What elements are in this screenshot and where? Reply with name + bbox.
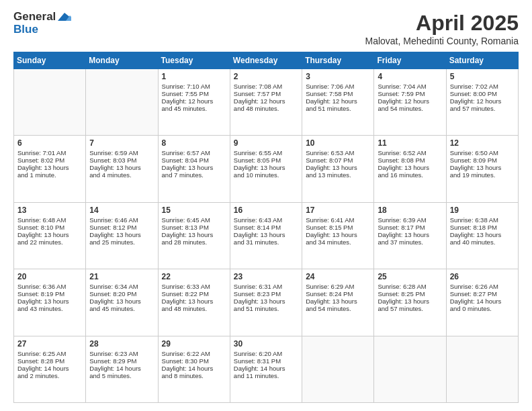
calendar-cell bbox=[302, 336, 374, 402]
day-number: 8 bbox=[162, 138, 226, 148]
calendar-cell: 26Sunrise: 6:26 AMSunset: 8:27 PMDayligh… bbox=[446, 269, 518, 336]
day-info: and 51 minutes. bbox=[234, 305, 298, 312]
day-info: Sunset: 8:03 PM bbox=[89, 156, 154, 164]
day-number: 29 bbox=[162, 339, 226, 349]
calendar-cell: 6Sunrise: 7:01 AMSunset: 8:02 PMDaylight… bbox=[14, 136, 86, 202]
day-info: and 48 minutes. bbox=[234, 105, 298, 112]
day-number: 4 bbox=[378, 72, 442, 81]
day-number: 7 bbox=[89, 138, 154, 148]
calendar-cell: 30Sunrise: 6:20 AMSunset: 8:31 PMDayligh… bbox=[230, 336, 302, 402]
day-info: Sunrise: 6:20 AM bbox=[234, 350, 298, 357]
day-info: Sunset: 8:17 PM bbox=[378, 224, 442, 231]
day-info: Daylight: 14 hours bbox=[450, 298, 515, 305]
day-number: 16 bbox=[234, 205, 298, 215]
day-info: Daylight: 13 hours bbox=[306, 164, 370, 171]
day-info: and 57 minutes. bbox=[378, 305, 442, 312]
day-number: 3 bbox=[306, 72, 370, 81]
day-info: and 1 minute. bbox=[17, 171, 82, 179]
day-info: Sunset: 8:00 PM bbox=[450, 90, 515, 97]
day-info: Sunrise: 6:52 AM bbox=[378, 149, 442, 156]
calendar-header-row: Sunday Monday Tuesday Wednesday Thursday… bbox=[14, 52, 519, 69]
day-info: Daylight: 14 hours bbox=[89, 365, 154, 372]
day-info: and 31 minutes. bbox=[234, 238, 298, 246]
day-info: Daylight: 13 hours bbox=[234, 231, 298, 238]
calendar-cell: 4Sunrise: 7:04 AMSunset: 7:59 PMDaylight… bbox=[374, 69, 446, 136]
day-info: Sunrise: 7:02 AM bbox=[450, 83, 515, 90]
day-info: Daylight: 14 hours bbox=[162, 365, 226, 372]
day-info: Daylight: 12 hours bbox=[234, 97, 298, 105]
day-info: Sunrise: 6:28 AM bbox=[378, 283, 442, 290]
day-info: and 51 minutes. bbox=[306, 105, 370, 112]
day-number: 12 bbox=[450, 138, 515, 148]
day-info: and 40 minutes. bbox=[450, 238, 515, 246]
day-info: Daylight: 13 hours bbox=[162, 231, 226, 238]
day-info: Sunset: 8:13 PM bbox=[162, 224, 226, 231]
day-info: and 10 minutes. bbox=[234, 171, 298, 179]
day-number: 2 bbox=[234, 72, 298, 81]
day-info: Sunrise: 7:01 AM bbox=[17, 149, 82, 156]
calendar-cell: 14Sunrise: 6:46 AMSunset: 8:12 PMDayligh… bbox=[86, 202, 158, 269]
day-info: Sunset: 8:18 PM bbox=[450, 224, 515, 231]
calendar-cell bbox=[14, 69, 86, 136]
location-title: Malovat, Mehedinti County, Romania bbox=[365, 36, 519, 46]
day-number: 28 bbox=[89, 339, 154, 349]
day-info: and 11 minutes. bbox=[234, 372, 298, 379]
day-info: Sunset: 7:58 PM bbox=[306, 90, 370, 97]
day-info: Sunset: 8:24 PM bbox=[306, 290, 370, 298]
calendar-cell: 9Sunrise: 6:55 AMSunset: 8:05 PMDaylight… bbox=[230, 136, 302, 202]
day-info: Sunset: 8:10 PM bbox=[17, 224, 82, 231]
day-info: Daylight: 13 hours bbox=[17, 231, 82, 238]
day-number: 23 bbox=[234, 272, 298, 281]
day-number: 25 bbox=[378, 272, 442, 281]
day-info: Sunrise: 6:31 AM bbox=[234, 283, 298, 290]
day-info: Daylight: 13 hours bbox=[89, 298, 154, 305]
calendar-cell: 22Sunrise: 6:33 AMSunset: 8:22 PMDayligh… bbox=[158, 269, 230, 336]
day-info: Daylight: 14 hours bbox=[17, 365, 82, 372]
logo-general: General bbox=[13, 10, 56, 23]
day-number: 19 bbox=[450, 205, 515, 215]
day-info: Daylight: 14 hours bbox=[234, 365, 298, 372]
day-info: Sunrise: 7:10 AM bbox=[162, 83, 226, 90]
day-info: Daylight: 12 hours bbox=[162, 97, 226, 105]
day-info: Daylight: 13 hours bbox=[89, 164, 154, 171]
day-info: Sunrise: 6:50 AM bbox=[450, 149, 515, 156]
day-info: Daylight: 12 hours bbox=[450, 97, 515, 105]
day-info: Sunset: 8:30 PM bbox=[162, 357, 226, 365]
day-info: Sunrise: 6:36 AM bbox=[17, 283, 82, 290]
day-number: 30 bbox=[234, 339, 298, 349]
calendar-cell bbox=[446, 336, 518, 402]
day-info: Daylight: 13 hours bbox=[17, 164, 82, 171]
day-info: Sunset: 8:05 PM bbox=[234, 156, 298, 164]
day-info: Daylight: 13 hours bbox=[450, 231, 515, 238]
calendar-cell: 1Sunrise: 7:10 AMSunset: 7:55 PMDaylight… bbox=[158, 69, 230, 136]
day-info: Sunset: 8:15 PM bbox=[306, 224, 370, 231]
day-number: 5 bbox=[450, 72, 515, 81]
col-tuesday: Tuesday bbox=[158, 52, 230, 69]
day-info: and 43 minutes. bbox=[17, 305, 82, 312]
day-info: and 57 minutes. bbox=[450, 105, 515, 112]
day-info: and 13 minutes. bbox=[306, 171, 370, 179]
day-number: 14 bbox=[89, 205, 154, 215]
day-number: 26 bbox=[450, 272, 515, 281]
day-info: and 54 minutes. bbox=[378, 105, 442, 112]
day-number: 1 bbox=[162, 72, 226, 81]
day-info: Sunset: 8:28 PM bbox=[17, 357, 82, 365]
day-info: and 54 minutes. bbox=[306, 305, 370, 312]
calendar-cell: 29Sunrise: 6:22 AMSunset: 8:30 PMDayligh… bbox=[158, 336, 230, 402]
day-info: and 19 minutes. bbox=[450, 171, 515, 179]
day-info: Sunset: 8:09 PM bbox=[450, 156, 515, 164]
calendar-cell: 25Sunrise: 6:28 AMSunset: 8:25 PMDayligh… bbox=[374, 269, 446, 336]
day-info: Sunset: 8:14 PM bbox=[234, 224, 298, 231]
day-info: and 22 minutes. bbox=[17, 238, 82, 246]
day-info: Daylight: 13 hours bbox=[450, 164, 515, 171]
page: General Blue April 2025 Malovat, Mehedin… bbox=[0, 0, 532, 411]
calendar-cell bbox=[86, 69, 158, 136]
month-title: April 2025 bbox=[365, 11, 519, 36]
day-info: Sunrise: 7:08 AM bbox=[234, 83, 298, 90]
calendar-cell: 13Sunrise: 6:48 AMSunset: 8:10 PMDayligh… bbox=[14, 202, 86, 269]
calendar-cell: 5Sunrise: 7:02 AMSunset: 8:00 PMDaylight… bbox=[446, 69, 518, 136]
day-info: and 37 minutes. bbox=[378, 238, 442, 246]
day-info: Sunrise: 6:39 AM bbox=[378, 216, 442, 224]
day-info: and 0 minutes. bbox=[450, 305, 515, 312]
day-info: Daylight: 12 hours bbox=[306, 97, 370, 105]
